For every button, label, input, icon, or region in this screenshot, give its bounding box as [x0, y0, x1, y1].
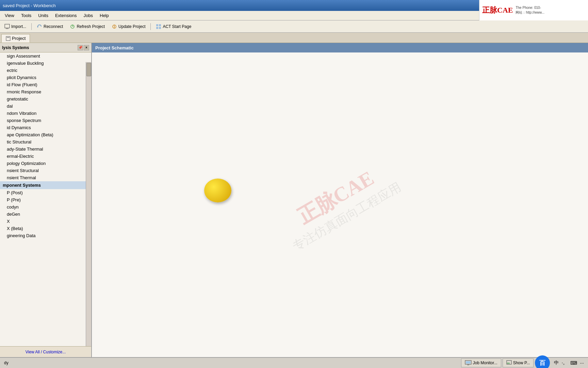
component-systems-header[interactable]: mponent Systems: [0, 181, 91, 189]
tab-project-icon: [6, 36, 11, 41]
list-item-harmonic[interactable]: rmonic Response: [0, 88, 91, 95]
tabs-row: Project: [0, 33, 588, 43]
list-item-response-spectrum[interactable]: sponse Spectrum: [0, 117, 91, 124]
show-label: Show P...: [513, 361, 530, 365]
menu-tools[interactable]: Tools: [18, 12, 35, 19]
menu-extensions[interactable]: Extensions: [52, 12, 80, 19]
import-button[interactable]: Import...: [1, 22, 29, 31]
list-item-eigenvalue[interactable]: igenvalue Buckling: [0, 60, 91, 67]
toolbar-separator-2: [150, 23, 151, 30]
list-item-cfx-post[interactable]: P (Post): [0, 189, 91, 196]
baidu-icon[interactable]: 百: [535, 355, 550, 368]
watermark-line1: 正脉CAE: [276, 155, 396, 240]
list-item-transient-thermal[interactable]: nsient Thermal: [0, 174, 91, 181]
ime-dot[interactable]: ·。: [561, 360, 568, 366]
menu-jobs[interactable]: Jobs: [80, 12, 96, 19]
svg-rect-8: [156, 27, 158, 29]
list-item-electric[interactable]: ectric: [0, 67, 91, 74]
left-panel: lysis Systems 📌 × sign Assessment igenva…: [0, 43, 92, 357]
brand-info: The Phone: 010- 网站：http://www...: [516, 5, 544, 15]
list-item-static-structural[interactable]: tic Structural: [0, 138, 91, 145]
list-item-random-vibration[interactable]: ndom Vibration: [0, 110, 91, 117]
toolbar: Import... Reconnect Refresh Project Upda…: [0, 20, 588, 33]
act-icon: [156, 24, 161, 29]
watermark: 正脉CAE 专注仿真面向工程应用: [276, 155, 404, 255]
update-icon: [112, 24, 117, 29]
tab-project[interactable]: Project: [1, 34, 30, 43]
list-item-cfx-beta[interactable]: X (Beta): [0, 225, 91, 232]
left-panel-title: lysis Systems: [2, 45, 29, 50]
list-item-autodyn[interactable]: codyn: [0, 203, 91, 211]
ime-zh[interactable]: 中: [554, 360, 559, 366]
svg-rect-7: [159, 24, 161, 26]
job-monitor-button[interactable]: Job Monitor...: [461, 358, 501, 367]
left-panel-footer: View All / Customize...: [0, 346, 91, 357]
schematic-title: Project Schematic: [95, 45, 134, 50]
svg-rect-6: [156, 24, 158, 26]
list-item-steady-state-thermal[interactable]: ady-State Thermal: [0, 145, 91, 153]
toolbar-separator-1: [31, 23, 32, 30]
menu-units[interactable]: Units: [35, 12, 52, 19]
drag-item[interactable]: [204, 179, 231, 202]
scroll-thumb[interactable]: [86, 63, 91, 76]
act-start-page-button[interactable]: ACT Start Page: [153, 22, 194, 31]
ime-bar: 中 ·。 ⌨ ···: [551, 360, 587, 366]
status-right: Job Monitor... Show P... 百 中 ·。 ⌨ ···: [461, 355, 587, 368]
ime-more[interactable]: ···: [580, 360, 584, 366]
brand-logo: 正脉CAE: [482, 5, 513, 15]
brand-website: 网站：http://www...: [516, 10, 544, 15]
svg-rect-10: [6, 36, 10, 41]
watermark-line2: 专注仿真面向工程应用: [290, 179, 404, 255]
list-item-design-assessment[interactable]: sign Assessment: [0, 52, 91, 60]
show-progress-button[interactable]: Show P...: [503, 358, 534, 367]
list-item-thermal-electric[interactable]: ermal-Electric: [0, 153, 91, 160]
reconnect-icon: [37, 24, 42, 29]
list-item-explicit-dynamics[interactable]: plicit Dynamics: [0, 74, 91, 81]
list-item-engineering-data[interactable]: gineering Data: [0, 232, 91, 239]
reconnect-button[interactable]: Reconnect: [34, 22, 66, 31]
brand-phone: The Phone: 010-: [516, 5, 544, 10]
import-icon: [4, 24, 10, 29]
job-monitor-icon: [465, 360, 472, 366]
svg-rect-0: [5, 24, 10, 28]
main-content: lysis Systems 📌 × sign Assessment igenva…: [0, 43, 588, 357]
menu-view[interactable]: View: [1, 12, 18, 19]
list-item-shape-opt[interactable]: ape Optimization (Beta): [0, 131, 91, 138]
schematic-area: Project Schematic 正脉CAE 专注仿真面向工程应用: [92, 43, 588, 357]
update-button[interactable]: Update Project: [109, 22, 148, 31]
panel-close-button[interactable]: ×: [84, 45, 89, 50]
svg-rect-13: [466, 361, 471, 364]
menu-help[interactable]: Help: [96, 12, 112, 19]
left-scrollbar[interactable]: [86, 62, 91, 346]
svg-rect-16: [507, 363, 510, 364]
branding-panel: 正脉CAE The Phone: 010- 网站：http://www...: [479, 0, 588, 20]
svg-rect-11: [7, 37, 10, 38]
list-item-modal[interactable]: dal: [0, 103, 91, 110]
app-title: saved Project - Workbench: [3, 3, 56, 8]
list-item-cfx-pre[interactable]: P (Pre): [0, 196, 91, 203]
status-bar: dy Job Monitor... Show P... 百 中 ·。 ⌨: [0, 357, 588, 368]
left-panel-header: lysis Systems 📌 ×: [0, 43, 91, 52]
panel-pin-button[interactable]: 📌: [78, 45, 83, 50]
refresh-button[interactable]: Refresh Project: [67, 22, 108, 31]
list-item-bladegen[interactable]: deGen: [0, 211, 91, 218]
panel-controls[interactable]: 📌 ×: [78, 45, 89, 50]
left-panel-list: sign Assessment igenvalue Buckling ectri…: [0, 52, 91, 346]
job-monitor-label: Job Monitor...: [473, 361, 497, 365]
list-item-magnetostatic[interactable]: gnetostatic: [0, 95, 91, 103]
svg-marker-2: [37, 27, 38, 28]
list-item-rigid-dynamics[interactable]: id Dynamics: [0, 124, 91, 131]
ime-keyboard[interactable]: ⌨: [570, 360, 577, 366]
schematic-canvas[interactable]: 正脉CAE 专注仿真面向工程应用: [92, 52, 588, 357]
list-item-transient-structural[interactable]: nsient Structural: [0, 167, 91, 174]
list-item-cfx[interactable]: X: [0, 218, 91, 225]
list-item-topology-opt[interactable]: pology Optimization: [0, 160, 91, 167]
status-text: dy: [1, 361, 11, 365]
show-icon: [506, 360, 512, 366]
svg-rect-9: [159, 27, 161, 29]
refresh-icon: [70, 24, 75, 29]
schematic-header: Project Schematic: [92, 43, 588, 52]
view-all-link[interactable]: View All / Customize...: [26, 350, 66, 354]
list-item-fluid-flow[interactable]: id Flow (Fluent): [0, 81, 91, 88]
